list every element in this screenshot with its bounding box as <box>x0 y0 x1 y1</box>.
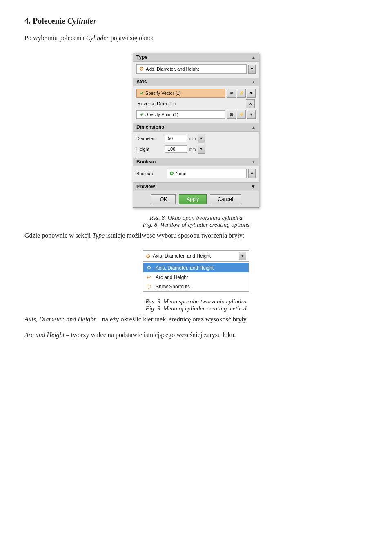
intro-text-suffix: pojawi się okno: <box>111 34 154 41</box>
boolean-icon: ✿ <box>169 170 174 176</box>
specify-point-row: ✔ Specify Point (1) ⊞ ⚡ ▼ <box>136 110 256 119</box>
reverse-direction-row: Reverse Direction ✕ <box>136 99 256 108</box>
cancel-button[interactable]: Cancel <box>210 194 241 204</box>
diameter-row: Diameter mm ▼ <box>136 134 256 143</box>
type-section-content: ⚙ Axis, Diameter, and Height ▼ <box>133 62 259 78</box>
body-text1-italic: Type <box>92 232 105 239</box>
body-text2-italic: Axis, Diameter, and Height <box>24 316 96 323</box>
dropdown-header-icon: ⚙ <box>146 253 151 259</box>
dropdown-header-label: Axis, Diameter, and Height <box>153 253 211 259</box>
intro-text-plain: Po wybraniu polecenia <box>24 34 86 41</box>
height-unit: mm <box>189 147 196 152</box>
type-dropdown-value: Axis, Diameter, and Height <box>146 67 199 71</box>
specify-point-label: Specify Point (1) <box>145 112 178 117</box>
preview-label: Preview <box>136 184 155 190</box>
dropdown-menu-list: ⚙ Axis, Diameter, and Height ↩ Arc and H… <box>143 263 249 292</box>
axis-section-header: Axis ▲ <box>133 78 259 86</box>
section-heading: 4. Polecenie Cylinder <box>24 16 368 26</box>
dimensions-chevron-icon: ▲ <box>252 125 256 129</box>
height-row: Height mm ▼ <box>136 145 256 154</box>
dropdown-toggle-button[interactable]: ▼ <box>239 252 246 260</box>
boolean-section-header: Boolean ▲ <box>133 158 259 166</box>
boolean-chevron-icon: ▲ <box>252 160 256 164</box>
body-paragraph-3: Arc and Height – tworzy walec na podstaw… <box>24 330 368 340</box>
height-arrow-button[interactable]: ▼ <box>198 145 205 154</box>
reverse-direction-btn[interactable]: ✕ <box>246 99 255 108</box>
menu-item-2-label: Arc and Height <box>156 274 188 280</box>
specify-vector-row: ✔ Specify Vector (1) ⊞ ⚡ ▼ <box>136 89 256 98</box>
menu-item-1-icon: ⚙ <box>147 265 153 271</box>
boolean-dropdown-row: Boolean ✿ None ▼ <box>136 169 256 178</box>
type-section-label: Type <box>136 54 147 60</box>
menu-item-arc-height[interactable]: ↩ Arc and Height <box>143 272 249 282</box>
figure-1-container: Type ▲ ⚙ Axis, Diameter, and Height ▼ Ax… <box>24 53 368 208</box>
vector-icon-btn-1[interactable]: ⊞ <box>227 89 236 98</box>
diameter-input[interactable] <box>165 135 187 142</box>
vector-icon-btn-2[interactable]: ⚡ <box>237 89 246 98</box>
reverse-direction-label: Reverse Direction <box>137 101 176 107</box>
type-chevron-icon: ▲ <box>252 55 256 60</box>
specify-point-button[interactable]: ✔ Specify Point (1) <box>136 110 225 119</box>
heading-number: 4. <box>24 16 31 25</box>
menu-item-show-shortcuts[interactable]: ⬡ Show Shortcuts <box>143 282 249 291</box>
caption-1-line1: Rys. 8. Okno opcji tworzenia cylindra <box>24 214 368 221</box>
dimensions-section-label: Dimensions <box>136 124 164 130</box>
menu-item-axis-diameter-height[interactable]: ⚙ Axis, Diameter, and Height <box>143 263 249 272</box>
axis-chevron-icon: ▲ <box>252 80 256 84</box>
ok-button[interactable]: OK <box>151 194 176 204</box>
preview-section: Preview ▼ <box>133 182 259 191</box>
type-dropdown-button[interactable]: ▼ <box>248 65 256 74</box>
body-text1-prefix: Gdzie ponownie w sekcji <box>24 232 92 239</box>
boolean-row-label: Boolean <box>136 171 165 176</box>
apply-button[interactable]: Apply <box>179 194 207 204</box>
figure-2-container: ⚙ Axis, Diameter, and Height ▼ ⚙ Axis, D… <box>24 250 368 292</box>
specify-point-icons: ⊞ ⚡ ▼ <box>227 110 256 119</box>
diameter-label: Diameter <box>136 136 165 141</box>
type-dropdown-icon: ⚙ <box>139 66 144 72</box>
caption-2-line1: Rys. 9. Menu sposobu tworzenia cylindra <box>24 298 368 305</box>
caption-1-line2: Fig. 8. Window of cylinder creating opti… <box>24 221 368 228</box>
specify-vector-icons: ⊞ ⚡ ▼ <box>227 89 256 98</box>
boolean-section-label: Boolean <box>136 159 156 165</box>
body-paragraph-2: Axis, Diameter, and Height – należy okre… <box>24 314 368 324</box>
point-icon-btn-1[interactable]: ⊞ <box>227 110 236 119</box>
menu-item-3-label: Show Shortcuts <box>156 284 190 290</box>
vector-icon-btn-3[interactable]: ▼ <box>247 89 256 98</box>
diameter-arrow-button[interactable]: ▼ <box>198 134 205 143</box>
point-icon-btn-3[interactable]: ▼ <box>247 110 256 119</box>
height-label: Height <box>136 147 165 152</box>
body-text1-suffix: istnieje możliwość wyboru sposobu tworze… <box>106 232 244 239</box>
heading-title-italic: Cylinder <box>67 16 96 25</box>
intro-text-italic: Cylinder <box>86 34 109 41</box>
specify-vector-button[interactable]: ✔ Specify Vector (1) <box>136 89 225 98</box>
type-dropdown-field[interactable]: ⚙ Axis, Diameter, and Height <box>136 64 247 74</box>
type-dropdown-row: ⚙ Axis, Diameter, and Height ▼ <box>136 64 256 74</box>
menu-item-2-icon: ↩ <box>147 274 153 280</box>
body-paragraph-1: Gdzie ponownie w sekcji Type istnieje mo… <box>24 231 368 241</box>
boolean-value: None <box>176 171 186 176</box>
body-text2-suffix: – należy określić kierunek, średnicę ora… <box>97 316 248 323</box>
axis-section-label: Axis <box>136 79 147 85</box>
specify-point-check-icon: ✔ <box>140 112 144 117</box>
menu-item-1-label: Axis, Diameter, and Height <box>156 265 214 271</box>
dropdown-menu-widget: ⚙ Axis, Diameter, and Height ▼ ⚙ Axis, D… <box>143 250 249 292</box>
preview-section-header: Preview ▼ <box>133 183 259 191</box>
heading-title-plain: Polecenie <box>33 16 67 25</box>
boolean-section-content: Boolean ✿ None ▼ <box>133 166 259 182</box>
caption-1: Rys. 8. Okno opcji tworzenia cylindra Fi… <box>24 214 368 228</box>
preview-chevron-icon: ▼ <box>251 184 256 190</box>
dropdown-header-bar[interactable]: ⚙ Axis, Diameter, and Height ▼ <box>143 250 249 262</box>
body-text3-italic: Arc and Height <box>24 331 65 338</box>
boolean-dropdown[interactable]: ✿ None <box>167 169 247 178</box>
specify-vector-label: Specify Vector (1) <box>145 91 181 96</box>
point-icon-btn-2[interactable]: ⚡ <box>237 110 246 119</box>
menu-item-3-icon: ⬡ <box>147 283 153 290</box>
intro-paragraph: Po wybraniu polecenia Cylinder pojawi si… <box>24 33 368 43</box>
diameter-unit: mm <box>189 136 196 141</box>
height-input[interactable] <box>165 145 187 153</box>
type-section-header: Type ▲ <box>133 53 259 62</box>
boolean-dropdown-button[interactable]: ▼ <box>248 169 256 178</box>
dimensions-section-header: Dimensions ▲ <box>133 123 259 132</box>
dialog-buttons: OK Apply Cancel <box>133 191 259 207</box>
specify-vector-check-icon: ✔ <box>140 91 144 96</box>
